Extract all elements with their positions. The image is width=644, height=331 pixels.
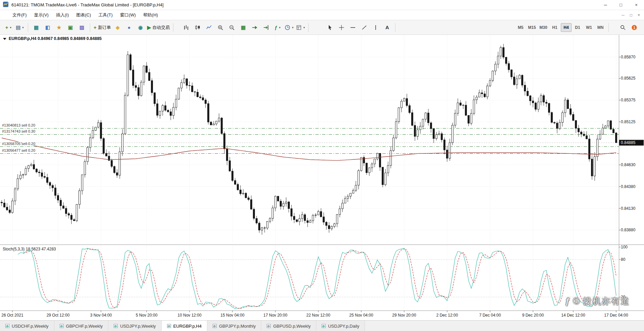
community-button[interactable]: ● <box>123 22 135 33</box>
mdi-close-button[interactable]: × <box>638 13 640 17</box>
timeframe-d1-button[interactable]: D1 <box>572 23 583 32</box>
market-button[interactable]: ◉ <box>135 22 146 33</box>
chart-tab-GBPCHF.p,Weekly[interactable]: GBPCHF.p,Weekly <box>54 321 109 331</box>
toolbar-group-file: +▾▤▾ <box>3 20 25 35</box>
notifications-button[interactable]: 1 <box>629 22 640 33</box>
menu-item-5[interactable]: 窗口(W) <box>116 11 140 19</box>
toolbar-group-trade: +新订单◆●◉▶自动交易 <box>93 20 171 35</box>
chart-tab-GBPUSD.p,Weekly[interactable]: GBPUSD.p,Weekly <box>261 321 316 331</box>
timeframe-m15-button[interactable]: M15 <box>527 23 537 32</box>
menu-item-4[interactable]: 工具(T) <box>95 11 116 19</box>
mdi-restore-button[interactable]: □ <box>630 13 632 17</box>
svg-text:#13040813 sell 0.20: #13040813 sell 0.20 <box>2 123 35 127</box>
bar-chart-button[interactable] <box>180 22 192 33</box>
new-chart-dropdown-caret[interactable]: ▾ <box>10 26 12 29</box>
bar-chart-icon <box>183 25 189 31</box>
trendline-button[interactable] <box>359 22 370 33</box>
timeframe-h4-button[interactable]: H4 <box>561 23 572 32</box>
svg-text:2 Dec 12:00: 2 Dec 12:00 <box>436 313 458 318</box>
timeframe-w1-button[interactable]: W1 <box>584 23 594 32</box>
window-title: 6140121: TMGM.TradeMax-Live6 - TradeMax … <box>11 2 164 7</box>
chart-tab-USDCHF.p,Weekly[interactable]: USDCHF.p,Weekly <box>0 321 54 331</box>
new-chart-button[interactable]: +▾ <box>3 22 14 33</box>
zoom-in-icon <box>217 25 223 31</box>
search-button[interactable] <box>617 22 629 33</box>
auto-scroll-button[interactable] <box>249 22 260 33</box>
autotrade-icon: ▶ <box>147 25 151 30</box>
market-watch-button[interactable]: ▦ <box>31 22 42 33</box>
watermark-text: 投机亦有道 <box>583 295 630 307</box>
toolbox-button[interactable]: ▣ <box>65 22 76 33</box>
line-chart-button[interactable] <box>203 22 215 33</box>
svg-text:22 Nov 12:00: 22 Nov 12:00 <box>306 313 330 318</box>
horizontal-line-button[interactable] <box>347 22 359 33</box>
svg-text:#13058705 sell 0.20: #13058705 sell 0.20 <box>2 142 35 146</box>
menu-item-1[interactable]: 显示(V) <box>31 11 52 19</box>
chart-tab-GBPJPY.p,Monthly[interactable]: GBPJPY.p,Monthly <box>207 321 262 331</box>
indicators-dropdown-caret[interactable]: ▾ <box>279 26 281 29</box>
close-button[interactable]: × <box>629 0 644 10</box>
watermark-logo-icon: ƒ <box>565 296 570 306</box>
time-axis[interactable]: 26 Oct 202129 Oct 12:003 Nov 04:005 Nov … <box>1 311 628 318</box>
tile-windows-button[interactable]: ▦ <box>237 22 249 33</box>
new-order-button[interactable]: +新订单 <box>93 22 112 33</box>
restore-button[interactable]: □ <box>613 0 629 10</box>
profiles-button[interactable]: ▤▾ <box>14 22 25 33</box>
svg-text:26 Oct 2021: 26 Oct 2021 <box>1 313 23 318</box>
chart-tab-USDJPY.p,Daily[interactable]: USDJPY.p,Daily <box>316 321 365 331</box>
text-tool-button[interactable]: A <box>381 22 393 33</box>
data-window-button[interactable]: ◧ <box>42 22 53 33</box>
market-watch-icon: ▦ <box>34 25 39 30</box>
autotrade-button[interactable]: ▶自动交易 <box>146 22 171 33</box>
candlestick-chart-button[interactable] <box>192 22 203 33</box>
timeframe-m5-button[interactable]: M5 <box>515 23 526 32</box>
horizontal-line-icon <box>350 25 356 31</box>
templates-dropdown-caret[interactable]: ▾ <box>304 26 305 29</box>
indicators-button[interactable]: ƒ▾ <box>272 22 283 33</box>
cursor-button[interactable] <box>324 22 336 33</box>
tile-windows-icon: ▦ <box>241 25 246 30</box>
chart-tab-label: USDJPY.p,Daily <box>328 324 359 329</box>
menu-item-3[interactable]: 图表(C) <box>72 11 95 19</box>
crosshair-icon <box>338 25 344 31</box>
zoom-out-button[interactable] <box>226 22 237 33</box>
timeframe-mn-button[interactable]: MN <box>595 23 606 32</box>
watermark: ƒ ① 投机亦有道 <box>565 295 630 307</box>
auto-scroll-icon <box>252 25 258 31</box>
chart-tab-EURGBP.p,H4[interactable]: EURGBP.p,H4 <box>162 321 207 331</box>
vertical-line-icon <box>373 25 379 31</box>
crosshair-button[interactable] <box>336 22 347 33</box>
metaeditor-button[interactable]: ◆ <box>112 22 123 33</box>
svg-text:0.85375: 0.85375 <box>621 98 636 102</box>
periods-button[interactable]: ▾ <box>283 22 294 33</box>
order-labels: #13040813 sell 0.20#13174743 sell 0.30#1… <box>2 123 35 152</box>
chart-tab-label: EURGBP.p,H4 <box>173 324 202 329</box>
navigator-button[interactable]: ★ <box>53 22 65 33</box>
price-chart-canvas[interactable]: #13040813 sell 0.20#13174743 sell 0.30#1… <box>0 35 644 320</box>
chart-tab-icon <box>213 324 217 328</box>
strategy-tester-button[interactable]: ▨ <box>76 22 88 33</box>
mdi-window-controls: ─□× <box>622 13 640 17</box>
timeframe-m30-button[interactable]: M30 <box>538 23 549 32</box>
data-window-icon: ◧ <box>45 25 50 30</box>
ohlc-label: EURGBP.p,H4 0.84967 0.84985 0.84869 0.84… <box>3 36 102 41</box>
minimize-button[interactable]: ─ <box>598 0 613 10</box>
timeframe-h1-button[interactable]: H1 <box>549 23 560 32</box>
svg-text:0.84130: 0.84130 <box>621 206 636 211</box>
templates-button[interactable]: ▾ <box>294 22 306 33</box>
zoom-in-button[interactable] <box>215 22 226 33</box>
menu-item-2[interactable]: 插入(I) <box>52 11 72 19</box>
menu-item-0[interactable]: 文件(F) <box>9 11 31 19</box>
chart-tab-icon <box>60 324 64 328</box>
svg-text:#13174743 sell 0.30: #13174743 sell 0.30 <box>2 129 35 133</box>
price-axis[interactable]: 0.858700.856250.853750.851250.848850.846… <box>619 55 644 299</box>
mdi-minimize-button[interactable]: ─ <box>622 13 625 17</box>
toolbar-separator <box>608 23 609 32</box>
periods-dropdown-caret[interactable]: ▾ <box>292 26 294 29</box>
profiles-dropdown-caret[interactable]: ▾ <box>22 26 24 29</box>
menu-item-6[interactable]: 帮助(H) <box>140 11 162 19</box>
chart-tab-USDJPY.p,Weekly[interactable]: USDJPY.p,Weekly <box>108 321 161 331</box>
chart-tab-icon <box>167 324 171 328</box>
vertical-line-button[interactable] <box>370 22 381 33</box>
chart-shift-button[interactable] <box>260 22 272 33</box>
